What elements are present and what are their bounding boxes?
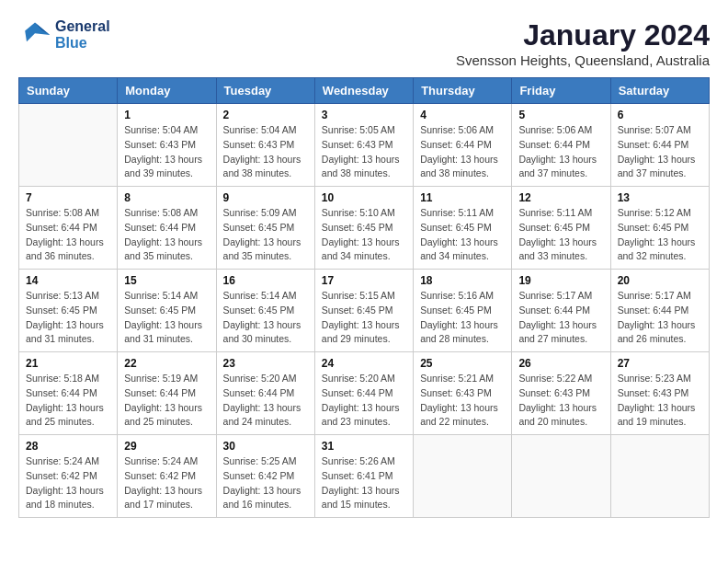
day-number: 15 [124,274,209,287]
calendar-day: 27 Sunrise: 5:23 AM Sunset: 6:43 PM Dayl… [610,352,709,435]
sunrise-text: Sunrise: 5:09 AM [223,206,308,221]
calendar-day: 8 Sunrise: 5:08 AM Sunset: 6:44 PM Dayli… [118,187,216,270]
daylight-text: Daylight: 13 hours and 28 minutes. [420,318,505,348]
day-number: 10 [322,191,406,204]
calendar-day: 25 Sunrise: 5:21 AM Sunset: 6:43 PM Dayl… [414,352,512,435]
sunset-text: Sunset: 6:43 PM [420,386,505,401]
sunset-text: Sunset: 6:43 PM [223,138,308,153]
sunset-text: Sunset: 6:44 PM [124,221,209,236]
day-header-tuesday: Tuesday [216,78,314,104]
day-info: Sunrise: 5:15 AM Sunset: 6:45 PM Dayligh… [322,289,406,347]
day-info: Sunrise: 5:24 AM Sunset: 6:42 PM Dayligh… [26,454,110,512]
sunrise-text: Sunrise: 5:16 AM [420,289,505,304]
sunrise-text: Sunrise: 5:10 AM [322,206,406,221]
calendar-day: 31 Sunrise: 5:26 AM Sunset: 6:41 PM Dayl… [314,435,413,518]
calendar-week-1: 1 Sunrise: 5:04 AM Sunset: 6:43 PM Dayli… [19,104,710,187]
daylight-text: Daylight: 13 hours and 29 minutes. [322,318,406,348]
calendar-table: SundayMondayTuesdayWednesdayThursdayFrid… [18,77,710,518]
sunrise-text: Sunrise: 5:18 AM [26,372,110,386]
calendar-day: 11 Sunrise: 5:11 AM Sunset: 6:45 PM Dayl… [414,187,512,270]
daylight-text: Daylight: 13 hours and 20 minutes. [518,401,603,431]
day-info: Sunrise: 5:26 AM Sunset: 6:41 PM Dayligh… [322,454,406,512]
sunrise-text: Sunrise: 5:24 AM [124,454,209,469]
calendar-day: 28 Sunrise: 5:24 AM Sunset: 6:42 PM Dayl… [19,435,118,518]
daylight-text: Daylight: 13 hours and 34 minutes. [322,236,406,265]
calendar-day: 7 Sunrise: 5:08 AM Sunset: 6:44 PM Dayli… [19,187,118,270]
day-info: Sunrise: 5:08 AM Sunset: 6:44 PM Dayligh… [26,206,110,264]
day-info: Sunrise: 5:16 AM Sunset: 6:45 PM Dayligh… [420,289,505,347]
title-area: January 2024 Svensson Heights, Queenslan… [456,18,710,68]
day-info: Sunrise: 5:14 AM Sunset: 6:45 PM Dayligh… [124,289,209,347]
day-info: Sunrise: 5:05 AM Sunset: 6:43 PM Dayligh… [322,123,406,181]
calendar-day: 5 Sunrise: 5:06 AM Sunset: 6:44 PM Dayli… [512,104,610,187]
day-number: 31 [322,440,406,453]
calendar-week-3: 14 Sunrise: 5:13 AM Sunset: 6:45 PM Dayl… [19,270,710,352]
day-info: Sunrise: 5:10 AM Sunset: 6:45 PM Dayligh… [322,206,406,264]
daylight-text: Daylight: 13 hours and 17 minutes. [124,484,209,513]
sunset-text: Sunset: 6:45 PM [223,304,308,318]
sunrise-text: Sunrise: 5:06 AM [518,123,603,138]
sunrise-text: Sunrise: 5:06 AM [420,123,505,138]
day-header-wednesday: Wednesday [314,78,413,104]
sunset-text: Sunset: 6:45 PM [420,221,505,236]
day-number: 12 [518,191,603,204]
day-info: Sunrise: 5:12 AM Sunset: 6:45 PM Dayligh… [618,206,702,264]
day-header-sunday: Sunday [19,78,118,104]
daylight-text: Daylight: 13 hours and 25 minutes. [124,401,209,431]
sunset-text: Sunset: 6:42 PM [124,469,209,484]
calendar-day: 26 Sunrise: 5:22 AM Sunset: 6:43 PM Dayl… [512,352,610,435]
daylight-text: Daylight: 13 hours and 37 minutes. [618,153,702,182]
day-number: 14 [26,274,110,287]
day-number: 19 [518,274,603,287]
calendar-day: 6 Sunrise: 5:07 AM Sunset: 6:44 PM Dayli… [610,104,709,187]
sunrise-text: Sunrise: 5:14 AM [223,289,308,304]
logo-text: General Blue [55,18,110,52]
sunset-text: Sunset: 6:45 PM [223,221,308,236]
calendar-day: 22 Sunrise: 5:19 AM Sunset: 6:44 PM Dayl… [118,352,216,435]
day-info: Sunrise: 5:20 AM Sunset: 6:44 PM Dayligh… [322,372,406,430]
sunset-text: Sunset: 6:45 PM [322,221,406,236]
sunrise-text: Sunrise: 5:11 AM [420,206,505,221]
day-info: Sunrise: 5:25 AM Sunset: 6:42 PM Dayligh… [223,454,308,512]
day-info: Sunrise: 5:04 AM Sunset: 6:43 PM Dayligh… [124,123,209,181]
calendar-day: 23 Sunrise: 5:20 AM Sunset: 6:44 PM Dayl… [216,352,314,435]
daylight-text: Daylight: 13 hours and 24 minutes. [223,401,308,431]
day-header-thursday: Thursday [414,78,512,104]
day-number: 11 [420,191,505,204]
day-number: 16 [223,274,308,287]
sunrise-text: Sunrise: 5:22 AM [518,372,603,386]
day-info: Sunrise: 5:06 AM Sunset: 6:44 PM Dayligh… [518,123,603,181]
day-info: Sunrise: 5:23 AM Sunset: 6:43 PM Dayligh… [618,372,702,430]
daylight-text: Daylight: 13 hours and 37 minutes. [518,153,603,182]
day-info: Sunrise: 5:21 AM Sunset: 6:43 PM Dayligh… [420,372,505,430]
sunset-text: Sunset: 6:44 PM [420,138,505,153]
day-header-friday: Friday [512,78,610,104]
day-info: Sunrise: 5:18 AM Sunset: 6:44 PM Dayligh… [26,372,110,430]
day-number: 2 [223,109,308,121]
sunrise-text: Sunrise: 5:19 AM [124,372,209,386]
daylight-text: Daylight: 13 hours and 38 minutes. [322,153,406,182]
daylight-text: Daylight: 13 hours and 19 minutes. [618,401,702,431]
day-info: Sunrise: 5:20 AM Sunset: 6:44 PM Dayligh… [223,372,308,430]
day-info: Sunrise: 5:09 AM Sunset: 6:45 PM Dayligh… [223,206,308,264]
day-info: Sunrise: 5:13 AM Sunset: 6:45 PM Dayligh… [26,289,110,347]
calendar-day [414,435,512,518]
daylight-text: Daylight: 13 hours and 23 minutes. [322,401,406,431]
daylight-text: Daylight: 13 hours and 22 minutes. [420,401,505,431]
sunset-text: Sunset: 6:42 PM [26,469,110,484]
day-number: 5 [518,109,603,121]
calendar-day: 1 Sunrise: 5:04 AM Sunset: 6:43 PM Dayli… [118,104,216,187]
day-info: Sunrise: 5:14 AM Sunset: 6:45 PM Dayligh… [223,289,308,347]
daylight-text: Daylight: 13 hours and 33 minutes. [518,236,603,265]
day-number: 18 [420,274,505,287]
calendar-day: 18 Sunrise: 5:16 AM Sunset: 6:45 PM Dayl… [414,270,512,352]
sunrise-text: Sunrise: 5:08 AM [124,206,209,221]
sunrise-text: Sunrise: 5:21 AM [420,372,505,386]
day-number: 23 [223,357,308,370]
daylight-text: Daylight: 13 hours and 18 minutes. [26,484,110,513]
day-header-monday: Monday [118,78,216,104]
day-info: Sunrise: 5:24 AM Sunset: 6:42 PM Dayligh… [124,454,209,512]
sunrise-text: Sunrise: 5:05 AM [322,123,406,138]
calendar-day [610,435,709,518]
calendar-day: 17 Sunrise: 5:15 AM Sunset: 6:45 PM Dayl… [314,270,413,352]
